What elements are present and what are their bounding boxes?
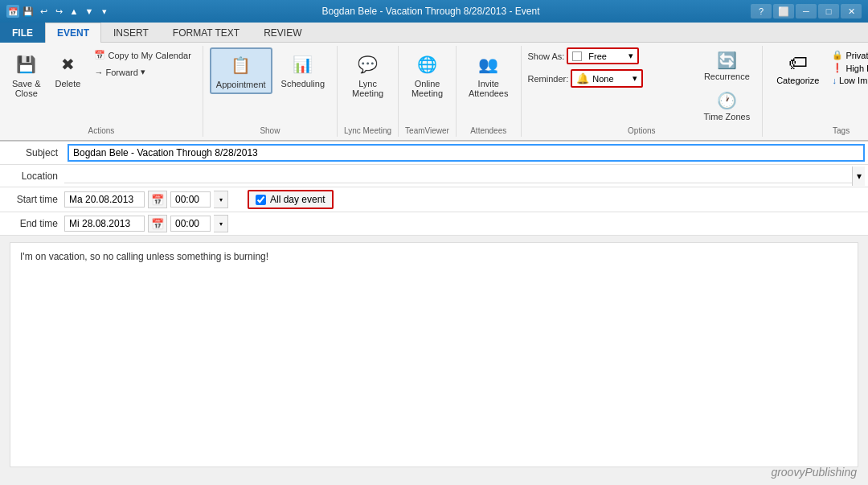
online-meeting-button[interactable]: 🌐 OnlineMeeting bbox=[406, 47, 448, 102]
all-day-group: All day event bbox=[248, 190, 334, 209]
options-col: Show As: Free ▾ Reminder: 🔔 None bbox=[528, 47, 689, 89]
end-time-arrow[interactable]: ▾ bbox=[214, 215, 228, 232]
categorize-icon: 🏷 bbox=[788, 51, 808, 74]
down-btn[interactable]: ▼ bbox=[83, 5, 96, 18]
undo-btn[interactable]: ↩ bbox=[37, 5, 50, 18]
tags-col: 🔒 Private ❗ High Importance ↓ Low Import… bbox=[829, 47, 868, 88]
categorize-label: Categorize bbox=[776, 76, 819, 85]
up-btn[interactable]: ▲ bbox=[68, 5, 80, 18]
time-zones-label: Time Zones bbox=[704, 112, 751, 121]
private-label: Private bbox=[845, 51, 868, 60]
location-input[interactable] bbox=[64, 168, 852, 183]
show-as-label: Show As: bbox=[528, 51, 565, 61]
end-cal-btn[interactable]: 📅 bbox=[148, 215, 167, 232]
save-close-icon: 💾 bbox=[14, 51, 39, 77]
high-importance-button[interactable]: ❗ High Importance bbox=[829, 62, 868, 74]
end-time-row: End time 📅 ▾ bbox=[0, 212, 868, 236]
appointment-button[interactable]: 📋 Appointment bbox=[210, 47, 272, 94]
start-date-group: 📅 ▾ All day event bbox=[64, 187, 334, 212]
ribbon-content: 💾 Save &Close ✖ Delete 📅 Copy to My Cale… bbox=[0, 43, 868, 141]
delete-label: Delete bbox=[55, 79, 81, 88]
start-date-input[interactable] bbox=[64, 191, 145, 208]
location-dropdown-arrow[interactable]: ▾ bbox=[852, 166, 865, 186]
all-day-checkbox[interactable] bbox=[256, 195, 266, 205]
teamviewer-group: 🌐 OnlineMeeting TeamViewer bbox=[399, 46, 457, 137]
subject-label: Subject bbox=[0, 144, 64, 162]
reminder-label: Reminder: bbox=[528, 74, 569, 84]
end-date-input[interactable] bbox=[64, 216, 145, 232]
tab-format-text[interactable]: FORMAT TEXT bbox=[161, 23, 252, 43]
save-close-button[interactable]: 💾 Save &Close bbox=[6, 47, 46, 102]
copy-to-calendar-button[interactable]: 📅 Copy to My Calendar bbox=[89, 47, 195, 63]
app-icon: 📅 bbox=[6, 5, 19, 18]
show-as-dropdown[interactable]: Free ▾ bbox=[567, 47, 639, 64]
attendees-label: Attendees bbox=[470, 126, 506, 135]
save-close-label: Save &Close bbox=[12, 79, 40, 98]
form-area: Subject Location ▾ Start time 📅 ▾ All da… bbox=[0, 142, 868, 236]
categorize-button[interactable]: 🏷 Categorize bbox=[769, 47, 826, 89]
tab-file[interactable]: FILE bbox=[0, 23, 45, 43]
start-time-label: Start time bbox=[0, 191, 64, 208]
end-date-group: 📅 ▾ bbox=[64, 212, 228, 235]
reminder-value: None bbox=[592, 74, 613, 84]
tags-content: 🏷 Categorize 🔒 Private ❗ High Importance… bbox=[769, 47, 868, 125]
close-btn[interactable]: ✕ bbox=[841, 4, 862, 18]
actions-buttons: 💾 Save &Close ✖ Delete 📅 Copy to My Cale… bbox=[6, 47, 196, 125]
delete-icon: ✖ bbox=[55, 51, 80, 77]
recurrence-icon: 🔄 bbox=[717, 51, 737, 70]
lync-meeting-button[interactable]: 💬 LyncMeeting bbox=[346, 47, 389, 102]
show-label: Show bbox=[260, 126, 280, 135]
actions-label: Actions bbox=[88, 126, 115, 135]
tab-insert[interactable]: INSERT bbox=[101, 23, 161, 43]
scheduling-icon: 📊 bbox=[290, 51, 316, 77]
delete-button[interactable]: ✖ Delete bbox=[49, 47, 86, 92]
subject-input-wrapper bbox=[68, 144, 865, 162]
lync-label: LyncMeeting bbox=[352, 79, 383, 98]
show-buttons: 📋 Appointment 📊 Scheduling bbox=[210, 47, 330, 125]
show-as-value: Free bbox=[588, 51, 607, 61]
show-as-arrow: ▾ bbox=[628, 51, 633, 61]
subject-input[interactable] bbox=[69, 146, 850, 160]
body-text: I'm on vacation, so no calling unless so… bbox=[20, 251, 268, 262]
show-group: 📋 Appointment 📊 Scheduling Show bbox=[203, 46, 338, 137]
start-time-row: Start time 📅 ▾ All day event bbox=[0, 187, 868, 212]
start-cal-btn[interactable]: 📅 bbox=[148, 191, 167, 208]
recurrence-button[interactable]: 🔄 Recurrence bbox=[698, 47, 756, 84]
start-time-arrow[interactable]: ▾ bbox=[214, 191, 228, 208]
online-icon: 🌐 bbox=[415, 51, 440, 77]
all-day-label[interactable]: All day event bbox=[270, 194, 326, 205]
save-quick-btn[interactable]: 💾 bbox=[22, 5, 35, 18]
tab-event[interactable]: EVENT bbox=[45, 23, 101, 43]
body-area[interactable]: I'm on vacation, so no calling unless so… bbox=[10, 242, 858, 467]
high-importance-label: High Importance bbox=[845, 64, 868, 73]
bell-icon: 🔔 bbox=[576, 72, 589, 84]
location-row: Location ▾ bbox=[0, 165, 868, 187]
customize-btn[interactable]: ▾ bbox=[98, 5, 111, 18]
forward-button[interactable]: → Forward ▾ bbox=[89, 64, 195, 80]
forward-icon: → bbox=[94, 68, 103, 77]
help-btn[interactable]: ? bbox=[751, 4, 772, 18]
low-importance-icon: ↓ bbox=[832, 76, 837, 85]
low-importance-button[interactable]: ↓ Low Importance bbox=[829, 75, 868, 86]
location-label: Location bbox=[0, 167, 64, 185]
scheduling-button[interactable]: 📊 Scheduling bbox=[276, 47, 330, 92]
tab-review[interactable]: REVIEW bbox=[252, 23, 313, 43]
minimize-btn[interactable]: ─ bbox=[796, 4, 817, 18]
forward-dropdown-icon: ▾ bbox=[141, 67, 145, 77]
options-label: Options bbox=[628, 126, 655, 135]
redo-btn[interactable]: ↪ bbox=[52, 5, 65, 18]
time-zones-button[interactable]: 🕐 Time Zones bbox=[698, 88, 756, 125]
lync-group: 💬 LyncMeeting Lync Meeting bbox=[338, 46, 399, 137]
reminder-dropdown[interactable]: 🔔 None ▾ bbox=[571, 69, 643, 88]
end-time-input[interactable] bbox=[170, 216, 211, 232]
start-time-input[interactable] bbox=[170, 191, 211, 208]
maximize-btn[interactable]: □ bbox=[818, 4, 839, 18]
window-controls: ? ⬜ ─ □ ✕ bbox=[751, 4, 862, 18]
lync-buttons: 💬 LyncMeeting bbox=[346, 47, 389, 125]
ribbon: FILE EVENT INSERT FORMAT TEXT REVIEW 💾 S… bbox=[0, 23, 868, 142]
private-button[interactable]: 🔒 Private bbox=[829, 49, 868, 61]
ribbon-toggle-btn[interactable]: ⬜ bbox=[773, 4, 794, 18]
title-bar-left: 📅 💾 ↩ ↪ ▲ ▼ ▾ bbox=[6, 5, 111, 18]
attendees-buttons: 👥 InviteAttendees bbox=[463, 47, 514, 125]
invite-attendees-button[interactable]: 👥 InviteAttendees bbox=[463, 47, 514, 102]
